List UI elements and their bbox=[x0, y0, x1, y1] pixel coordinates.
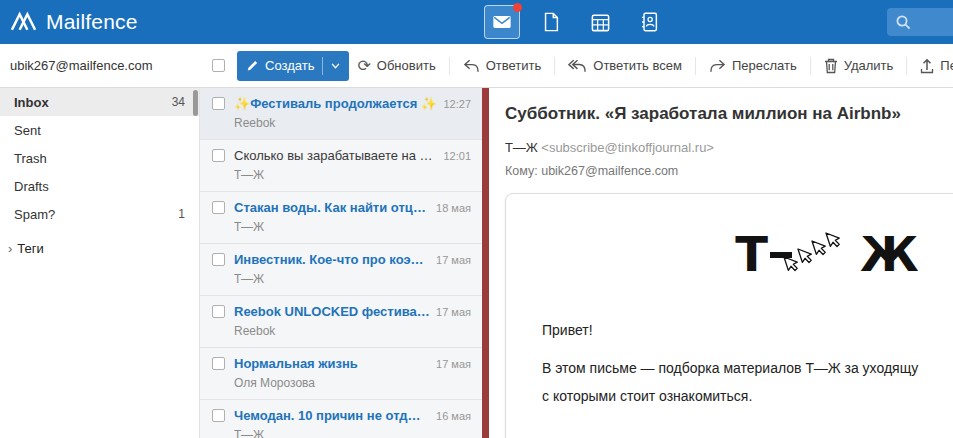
contacts-nav-button[interactable] bbox=[631, 5, 667, 39]
message-sender: Reebok bbox=[234, 324, 471, 338]
sidebar-item-tags[interactable]: › Теги bbox=[0, 234, 199, 262]
select-all-checkbox[interactable] bbox=[212, 59, 225, 72]
message-subject: Чемодан. 10 причин не отдыхат... bbox=[234, 408, 430, 423]
pencil-icon bbox=[246, 59, 259, 72]
tz-logo-letter-zh: Ж bbox=[860, 230, 919, 278]
tz-logo: Т Ж bbox=[542, 230, 953, 278]
folder-label: Trash bbox=[14, 151, 47, 166]
folder-count: 34 bbox=[172, 95, 185, 109]
top-nav bbox=[484, 0, 667, 44]
unread-badge-dot bbox=[513, 3, 522, 12]
contacts-icon bbox=[639, 11, 660, 33]
compose-label: Создать bbox=[265, 58, 314, 73]
message-subject: Сколько вы зарабатываете на сам... bbox=[234, 148, 437, 163]
message-row[interactable]: Инвестник. Кое-что про коэффи... 17 мая … bbox=[200, 244, 489, 296]
message-checkbox[interactable] bbox=[212, 409, 225, 422]
delete-label: Удалить bbox=[844, 58, 894, 73]
folder-label: Inbox bbox=[14, 95, 49, 110]
email-paragraph: с которыми стоит ознакомиться. bbox=[542, 386, 953, 408]
sidebar-item-spam[interactable]: Spam? 1 bbox=[0, 200, 199, 228]
folder-label: Spam? bbox=[14, 207, 55, 222]
message-checkbox[interactable] bbox=[212, 357, 225, 370]
message-time: 17 мая bbox=[436, 254, 471, 266]
compose-divider bbox=[322, 57, 323, 75]
message-sender: Reebok bbox=[234, 116, 471, 130]
forward-button[interactable]: Переслать bbox=[701, 51, 805, 81]
folder-label: Drafts bbox=[14, 179, 49, 194]
message-time: 12:27 bbox=[443, 98, 471, 110]
message-sender: Т—Ж bbox=[234, 168, 471, 182]
documents-icon bbox=[541, 11, 561, 33]
mailfence-logo-icon bbox=[10, 10, 37, 34]
folder-sidebar: Inbox 34 Sent Trash Drafts Spam? 1 › Тег… bbox=[0, 88, 200, 438]
message-row[interactable]: Reebok UNLOCKED фестиваль с... 17 мая Re… bbox=[200, 296, 489, 348]
forward-label: Переслать bbox=[732, 58, 797, 73]
toolbar-row: ubik267@mailfence.com Создать ⟳ bbox=[0, 44, 953, 88]
email-paragraph: В этом письме — подборка материалов Т—Ж … bbox=[542, 358, 953, 380]
mail-icon bbox=[491, 12, 513, 32]
message-time: 12:01 bbox=[443, 150, 471, 162]
message-time: 18 мая bbox=[436, 202, 471, 214]
message-row[interactable]: Нормальная жизнь 17 мая Оля Морозова bbox=[200, 348, 489, 400]
search-box[interactable] bbox=[887, 8, 953, 36]
mailfence-app: Mailfence bbox=[0, 0, 953, 438]
message-sender: Т—Ж bbox=[234, 428, 471, 438]
message-row[interactable]: Сколько вы зарабатываете на сам... 12:01… bbox=[200, 140, 489, 192]
sidebar-item-inbox[interactable]: Inbox 34 bbox=[0, 88, 199, 116]
email-from-line: Т—Ж <subscribe@tinkoffjournal.ru> bbox=[505, 140, 953, 155]
brand[interactable]: Mailfence bbox=[10, 10, 138, 34]
email-from-address: <subscribe@tinkoffjournal.ru> bbox=[541, 140, 714, 155]
folder-count: 1 bbox=[178, 207, 185, 221]
tz-logo-letter-t: Т bbox=[735, 230, 768, 278]
email-from-name: Т—Ж bbox=[505, 140, 538, 155]
delete-button[interactable]: Удалить bbox=[816, 51, 902, 81]
reply-icon bbox=[463, 59, 480, 73]
email-greeting: Привет! bbox=[542, 322, 953, 338]
topbar: Mailfence bbox=[0, 0, 953, 44]
sidebar-item-trash[interactable]: Trash bbox=[0, 144, 199, 172]
documents-nav-button[interactable] bbox=[533, 5, 569, 39]
message-checkbox[interactable] bbox=[212, 253, 225, 266]
email-body-card: Т Ж Привет! bbox=[505, 193, 953, 438]
move-button[interactable]: Переместить bbox=[912, 51, 953, 81]
chevron-down-icon bbox=[331, 63, 340, 69]
reply-all-button[interactable]: Ответить всем bbox=[560, 51, 690, 81]
message-sender: Т—Ж bbox=[234, 220, 471, 234]
sidebar-item-drafts[interactable]: Drafts bbox=[0, 172, 199, 200]
sidebar-scrollbar[interactable] bbox=[193, 90, 198, 116]
trash-icon bbox=[824, 58, 838, 74]
email-subject: Субботник. «Я заработала миллион на Airb… bbox=[505, 104, 953, 124]
email-to-label: Кому: bbox=[505, 164, 538, 178]
forward-icon bbox=[709, 59, 726, 73]
search-input[interactable] bbox=[912, 15, 950, 30]
message-row[interactable]: Чемодан. 10 причин не отдыхат... 16 мая … bbox=[200, 400, 489, 438]
message-checkbox[interactable] bbox=[212, 97, 225, 110]
calendar-nav-button[interactable] bbox=[582, 5, 618, 39]
message-row[interactable]: Стакан воды. Как найти отца и з... 18 ма… bbox=[200, 192, 489, 244]
message-time: 17 мая bbox=[436, 306, 471, 318]
search-icon bbox=[895, 14, 912, 31]
message-sender: Т—Ж bbox=[234, 272, 471, 286]
message-time: 16 мая bbox=[436, 410, 471, 422]
sidebar-item-sent[interactable]: Sent bbox=[0, 116, 199, 144]
chevron-right-icon: › bbox=[8, 241, 12, 256]
email-to-line: Кому: ubik267@mailfence.com bbox=[505, 164, 953, 178]
email-to-value: ubik267@mailfence.com bbox=[541, 164, 678, 178]
reply-button[interactable]: Ответить bbox=[455, 51, 550, 81]
folder-label: Sent bbox=[14, 123, 41, 138]
message-checkbox[interactable] bbox=[212, 305, 225, 318]
message-checkbox[interactable] bbox=[212, 201, 225, 214]
message-row[interactable]: ✨Фестиваль продолжается ✨ 12:27 Reebok bbox=[200, 88, 489, 140]
move-icon bbox=[920, 58, 934, 74]
account-email[interactable]: ubik267@mailfence.com bbox=[0, 58, 200, 73]
message-subject: Стакан воды. Как найти отца и з... bbox=[234, 200, 430, 215]
message-list-scrollbar[interactable] bbox=[482, 88, 489, 438]
mail-nav-button[interactable] bbox=[484, 5, 520, 39]
toolbar-divider bbox=[554, 57, 555, 75]
tz-logo-cursors-icon bbox=[770, 231, 858, 277]
refresh-button[interactable]: ⟳ Обновить bbox=[349, 51, 443, 81]
calendar-icon bbox=[590, 12, 611, 33]
message-checkbox[interactable] bbox=[212, 149, 225, 162]
compose-button[interactable]: Создать bbox=[237, 51, 349, 81]
message-time: 17 мая bbox=[436, 358, 471, 370]
